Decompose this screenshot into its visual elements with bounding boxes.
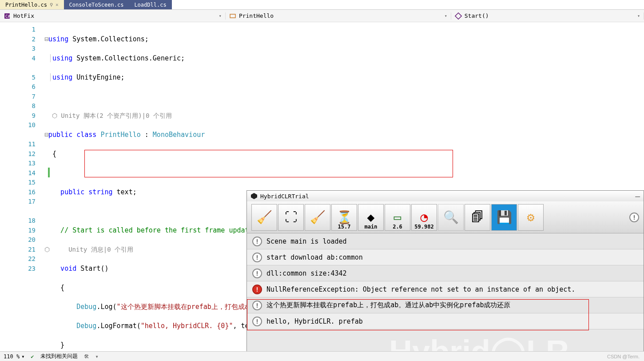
chevron-down-icon[interactable]: ▾ [445,13,447,18]
log-text: start download ab:common [266,253,363,261]
tool-clear[interactable]: 🧹 [251,204,277,231]
chevron-down-icon[interactable]: ▾ [219,13,222,18]
line-number: 10 [0,120,36,130]
breadcrumb-member[interactable]: Start() ▾ [451,12,644,20]
keyword: void [44,265,80,273]
search-icon: 🔍 [443,211,459,224]
svg-marker-4 [251,193,257,199]
code-text: .LogFormat( [96,322,140,330]
code-text: text; [113,188,137,196]
close-icon[interactable]: ✕ [56,2,59,8]
breadcrumb: C# HotFix ▾ PrintHello ▾ Start() ▾ [0,10,644,22]
tool-copy[interactable]: 🗐 [465,204,490,231]
log-row[interactable]: !start download ab:common [247,249,644,265]
comment: // Start is called before the first fram… [44,226,253,234]
tool-save[interactable]: 💾 [491,204,517,231]
tab-printhello[interactable]: PrintHello.cs ⚲ ✕ [0,0,64,9]
svg-rect-2 [230,14,235,18]
tool-value: main [365,224,378,230]
line-number: 20 [0,235,36,245]
type: Debug [44,322,96,330]
log-row[interactable]: !Scene main is loaded [247,233,644,249]
log-row[interactable]: !dll:common size:4342 [247,265,644,281]
code-text: System.Collections; [68,35,149,43]
line-number: 23 [0,264,36,274]
line-number: 14 [0,168,36,178]
method: Start [80,265,100,273]
string: "hello, HybridCLR. {0}" [141,322,233,330]
breadcrumb-class[interactable]: PrintHello ▾ [226,12,451,20]
file-tabs: PrintHello.cs ⚲ ✕ ConsoleToSceen.cs Load… [0,0,644,10]
watermark-csdn: CSDN @Term. [607,354,640,359]
line-number: 1 [0,25,36,35]
collapse-icon: ⛶ [285,211,297,224]
chevron-down-icon[interactable]: ▾ [637,13,640,18]
code-text: { [52,150,56,158]
line-number: 17 [0,197,36,207]
keyword: using [52,54,72,62]
minimize-icon[interactable]: — [635,192,640,201]
svg-text:C#: C# [5,14,10,19]
screwdriver-icon[interactable]: 🛠 [84,353,89,360]
tool-scene[interactable]: ◆main [358,204,384,231]
zoom-control[interactable]: 110 % ▾ [4,353,24,360]
unity-toolbar: 🧹 ⛶ 🧹 ⏳15.7 ◆main ▭2.6 ◔59.982 🔍 🗐 💾 ⚙ ! [247,201,644,233]
code-text: { [44,284,64,292]
error-icon: ! [252,285,262,294]
tool-value: 59.982 [414,224,433,230]
tool-clearplay[interactable]: 🧹 [305,204,330,231]
codelens[interactable]: Unity 脚本(2 个资产引用)|0 个引用 [57,112,172,119]
line-number: 2 [0,35,36,44]
tool-search[interactable]: 🔍 [438,204,464,231]
line-number: 21 [0,245,36,255]
unity-icon [250,193,258,200]
info-icon: ! [252,253,262,262]
tool-settings[interactable]: ⚙ [518,204,544,231]
log-text: Scene main is loaded [266,237,347,245]
tab-consoletoscreen[interactable]: ConsoleToSceen.cs [64,0,129,9]
line-number: 9 [0,111,36,121]
keyword: using [52,73,72,81]
info-badge-icon[interactable]: ! [629,213,639,222]
breadcrumb-text: PrintHello [239,12,274,19]
code-text: () [100,265,108,273]
save-icon: 💾 [497,211,512,224]
type: Debug [44,303,96,311]
log-row[interactable]: !NullReferenceException: Object referenc… [247,281,644,297]
line-number: 22 [0,254,36,264]
unity-title-text: HybridCLRTrial [260,193,309,200]
tool-collapse[interactable]: ⛶ [278,204,304,231]
csharp-project-icon: C# [4,12,11,20]
line-number: 18 [0,216,36,226]
line-number: 16 [0,188,36,197]
line-number: 5 [0,73,36,83]
change-bar [48,168,50,177]
tool-fps[interactable]: ⏳15.7 [331,204,357,231]
chevron-down-icon[interactable]: ▾ [95,353,99,360]
keyword: using [48,35,68,43]
info-icon: ! [252,237,262,246]
info-icon: ! [252,269,262,278]
keyword: public class [48,131,100,139]
zoom-value: 110 % [4,353,20,360]
pin-icon[interactable]: ⚲ [50,2,53,7]
tool-rate[interactable]: ◔59.982 [411,204,437,231]
tab-loaddll[interactable]: LoadDll.cs [129,0,171,9]
ram-icon: ▭ [394,211,402,224]
unity-titlebar[interactable]: HybridCLRTrial — [247,191,644,201]
hourglass-icon: ⏳ [337,211,352,224]
code-text: System.Collections.Generic; [72,54,185,62]
tool-memory[interactable]: ▭2.6 [385,204,410,231]
chevron-down-icon[interactable]: ▾ [21,353,24,360]
gauge-icon: ◔ [421,211,428,224]
copy-icon: 🗐 [471,211,484,224]
codelens[interactable]: Unity 消息|0 个引用 [50,246,133,253]
check-icon: ✔ [31,353,34,360]
line-number: 13 [0,159,36,168]
breadcrumb-project[interactable]: C# HotFix ▾ [0,12,226,20]
unity-cube-icon: ◆ [367,211,375,224]
tab-label: ConsoleToSceen.cs [69,2,124,8]
tool-value: 2.6 [393,224,402,230]
issues-text[interactable]: 未找到相关问题 [40,353,78,360]
type: MonoBehaviour [153,131,205,139]
